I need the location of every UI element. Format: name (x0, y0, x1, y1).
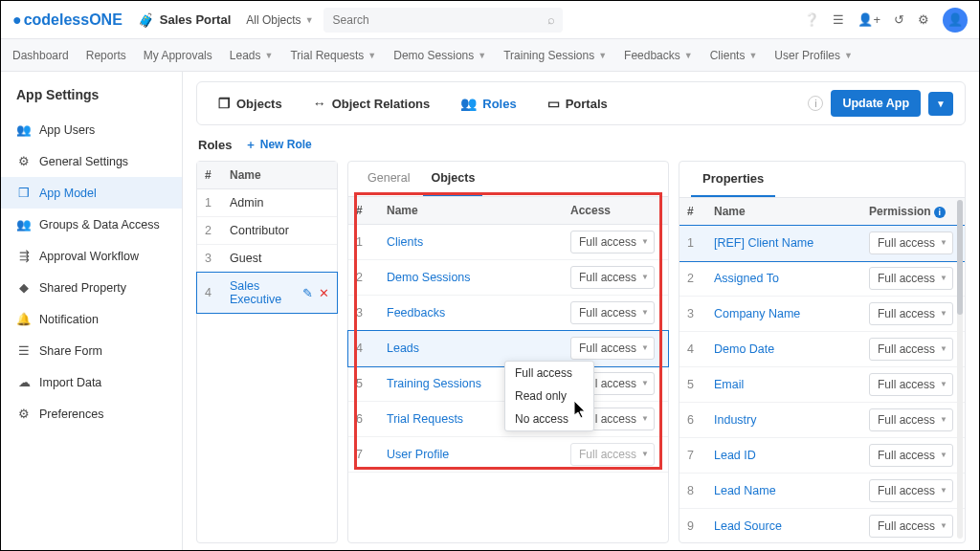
role-row[interactable]: 3Guest (197, 245, 337, 273)
access-select[interactable]: Full access▼ (570, 231, 655, 253)
permission-select[interactable]: Full access▼ (869, 302, 953, 325)
property-row[interactable]: 5EmailFull access▼ (679, 367, 965, 403)
object-row[interactable]: 3FeedbacksFull access▼ (348, 296, 668, 331)
sidebar-item-notification[interactable]: 🔔Notification (1, 303, 182, 335)
permission-select[interactable]: Full access▼ (869, 231, 953, 254)
edit-icon[interactable]: ✎ (302, 286, 313, 300)
property-row[interactable]: 3Company NameFull access▼ (679, 297, 965, 332)
portal-name[interactable]: Sales Portal (160, 12, 231, 27)
tab-objects[interactable]: ❒Objects (209, 92, 292, 115)
all-objects-dropdown[interactable]: All Objects▼ (246, 13, 313, 27)
sidebar-item-general-settings[interactable]: ⚙General Settings (1, 145, 182, 177)
history-icon[interactable]: ↺ (894, 12, 904, 27)
property-name[interactable]: Industry (706, 406, 861, 434)
nav-reports[interactable]: Reports (86, 49, 126, 62)
object-name[interactable]: Demo Sessions (379, 262, 563, 293)
permission-select[interactable]: Full access▼ (869, 267, 953, 290)
help-icon[interactable]: ❔ (804, 12, 819, 27)
scrollbar-thumb[interactable] (957, 200, 963, 315)
nav-training-sessions[interactable]: Training Sessions▼ (503, 49, 607, 62)
nav-trial-requests[interactable]: Trial Requests▼ (290, 49, 376, 62)
dropdown-option[interactable]: Read only (505, 385, 593, 408)
new-role-button[interactable]: ＋ New Role (245, 137, 311, 153)
stack-icon[interactable]: ☰ (833, 12, 844, 27)
property-row[interactable]: 1[REF] Client NameFull access▼ (679, 226, 965, 261)
property-name[interactable]: Lead Source (706, 512, 861, 540)
object-name[interactable]: User Profile (379, 439, 563, 470)
sidebar-item-import-data[interactable]: ☁Import Data (1, 366, 182, 398)
search-input[interactable] (323, 8, 563, 33)
sidebar-item-app-users[interactable]: 👥App Users (1, 114, 182, 145)
permission-select[interactable]: Full access▼ (869, 515, 953, 538)
brand-logo[interactable]: ●codelessONE (12, 11, 122, 29)
sidebar-item-preferences[interactable]: ⚙Preferences (1, 398, 182, 430)
row-num: 3 (348, 298, 379, 328)
property-row[interactable]: 4Demo DateFull access▼ (679, 332, 965, 367)
sidebar-item-groups-&-data-access[interactable]: 👥Groups & Data Access (1, 209, 182, 240)
property-name[interactable]: Lead ID (706, 441, 861, 470)
property-name[interactable]: [REF] Client Name (706, 229, 861, 257)
nav-leads[interactable]: Leads▼ (230, 49, 274, 62)
access-select[interactable]: Full access▼ (570, 443, 655, 466)
gear-icon[interactable]: ⚙ (918, 12, 929, 27)
delete-icon[interactable]: ✕ (319, 286, 329, 300)
property-name[interactable]: Assigned To (706, 264, 861, 293)
sidebar-item-app-model[interactable]: ❒App Model (1, 177, 182, 209)
sidebar-item-shared-property[interactable]: ◆Shared Property (1, 272, 182, 303)
search-icon[interactable]: ⌕ (547, 12, 555, 27)
nav-clients[interactable]: Clients▼ (710, 49, 758, 62)
access-select[interactable]: Full access▼ (570, 301, 655, 324)
property-row[interactable]: 8Lead NameFull access▼ (679, 474, 965, 509)
nav-demo-sessions[interactable]: Demo Sessions▼ (393, 49, 486, 62)
object-row[interactable]: 1ClientsFull access▼ (348, 225, 668, 260)
role-row[interactable]: 1Admin (197, 189, 337, 217)
update-app-button[interactable]: Update App (831, 90, 921, 117)
nav-my-approvals[interactable]: My Approvals (144, 49, 212, 62)
property-name[interactable]: Demo Date (706, 335, 861, 364)
col-name: Name (222, 162, 337, 188)
permission-select[interactable]: Full access▼ (869, 408, 953, 431)
permission-select[interactable]: Full access▼ (869, 373, 953, 396)
tab-roles[interactable]: 👥Roles (451, 92, 525, 115)
nav-feedbacks[interactable]: Feedbacks▼ (624, 49, 693, 62)
sidebar-item-share-form[interactable]: ☰Share Form (1, 335, 182, 366)
objects-table: # Name Access 1ClientsFull access▼2Demo … (348, 197, 668, 473)
sliders-icon: ⚙ (16, 407, 32, 421)
tab-object-relations[interactable]: ↔Object Relations (303, 92, 440, 115)
property-row[interactable]: 7Lead IDFull access▼ (679, 438, 965, 474)
property-row[interactable]: 6IndustryFull access▼ (679, 403, 965, 438)
access-select[interactable]: Full access▼ (570, 266, 655, 289)
permission-select[interactable]: Full access▼ (869, 444, 953, 467)
nav-dashboard[interactable]: Dashboard (12, 49, 69, 62)
update-app-caret[interactable]: ▼ (928, 92, 953, 116)
scrollbar[interactable] (957, 200, 963, 539)
add-user-icon[interactable]: 👤+ (858, 12, 880, 27)
nav-user-profiles[interactable]: User Profiles▼ (774, 49, 853, 62)
permission-select[interactable]: Full access▼ (869, 338, 953, 361)
object-name[interactable]: Feedbacks (379, 298, 563, 328)
caret-down-icon: ▼ (598, 51, 607, 60)
access-select[interactable]: Full access▼ (570, 337, 655, 360)
role-row[interactable]: 2Contributor (197, 217, 337, 245)
dropdown-option[interactable]: No access (505, 408, 593, 430)
tab-portals[interactable]: ▭Portals (538, 92, 617, 115)
info-icon[interactable]: i (934, 207, 946, 218)
property-name[interactable]: Lead Name (706, 476, 861, 505)
user-avatar[interactable]: 👤 (943, 8, 968, 33)
property-name[interactable]: Email (706, 370, 861, 399)
subtab-objects[interactable]: Objects (423, 162, 482, 196)
object-name[interactable]: Leads (379, 333, 563, 364)
property-name[interactable]: Company Name (706, 299, 861, 328)
row-num: 2 (679, 264, 706, 293)
sidebar-item-approval-workflow[interactable]: ⇶Approval Workflow (1, 240, 182, 272)
subtab-general[interactable]: General (360, 162, 417, 196)
dropdown-option[interactable]: Full access (505, 362, 593, 385)
role-row[interactable]: 4Sales Executive✎✕ (196, 272, 338, 314)
property-row[interactable]: 9Lead SourceFull access▼ (679, 509, 965, 543)
info-icon[interactable]: i (808, 96, 823, 111)
object-name[interactable]: Clients (379, 227, 563, 257)
object-row[interactable]: 7User ProfileFull access▼ (348, 437, 668, 473)
permission-select[interactable]: Full access▼ (869, 479, 953, 502)
object-row[interactable]: 2Demo SessionsFull access▼ (348, 260, 668, 296)
property-row[interactable]: 2Assigned ToFull access▼ (679, 261, 965, 297)
